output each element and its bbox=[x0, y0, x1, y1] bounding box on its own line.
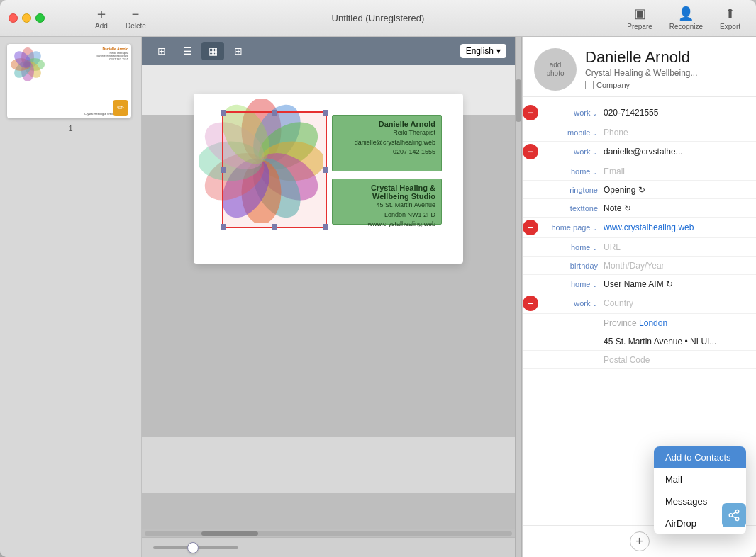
handle-br[interactable] bbox=[323, 224, 328, 230]
menu-item-add-to-contacts[interactable]: Add to Contacts bbox=[654, 446, 746, 468]
export-button[interactable]: ⬆ Export bbox=[713, 3, 747, 33]
avatar-photo-text: photo bbox=[546, 69, 564, 78]
field-row-texttone: texttone Note ↻ bbox=[523, 199, 756, 218]
field-value-home-url[interactable]: URL bbox=[598, 242, 750, 252]
handle-bm[interactable] bbox=[272, 224, 277, 230]
edit-badge[interactable]: ✏ bbox=[113, 100, 128, 116]
field-row-work-phone: − work 020-71421555 bbox=[523, 103, 756, 123]
scan-scrollbar[interactable] bbox=[142, 529, 515, 537]
scrollbar-thumb[interactable] bbox=[201, 531, 258, 536]
business-card-image: Danielle Arnold Reiki Therapist danielle… bbox=[194, 94, 463, 264]
green-box-name: Danielle Arnold Reiki Therapist danielle… bbox=[332, 115, 442, 171]
field-value-mobile[interactable]: Phone bbox=[598, 128, 750, 137]
minimize-button[interactable] bbox=[22, 13, 31, 23]
handle-tr[interactable] bbox=[323, 110, 328, 116]
card-company-text: Crystal Healing & Wellbeing Studio bbox=[338, 184, 435, 201]
card-thumbnail[interactable]: Danielle Arnold Reiki Therapist danielle… bbox=[7, 44, 131, 118]
company-checkbox-row: Company bbox=[585, 81, 745, 89]
field-label-home-email[interactable]: home bbox=[541, 167, 598, 176]
view-grid-btn[interactable]: ⊞ bbox=[227, 42, 250, 60]
language-value: English bbox=[466, 46, 494, 56]
scan-bottom-area bbox=[142, 437, 515, 493]
field-label-aim[interactable]: home bbox=[541, 280, 598, 288]
add-button[interactable]: ＋ Add bbox=[87, 4, 116, 33]
toolbar-right: ▣ Prepare 👤 Recognize ⬆ Export bbox=[620, 3, 747, 33]
app-window: ＋ Add － Delete Untitled (Unregistered) ▣… bbox=[0, 0, 756, 557]
view-list-btn[interactable]: ☰ bbox=[176, 42, 199, 60]
field-row-postal: Postal Code bbox=[523, 351, 756, 369]
add-field-button[interactable]: + bbox=[630, 531, 650, 551]
export-icon: ⬆ bbox=[725, 6, 735, 21]
recognize-label: Recognize bbox=[669, 23, 703, 30]
card-name-text: Danielle Arnold bbox=[338, 120, 435, 128]
svg-point-21 bbox=[729, 514, 733, 517]
green-box-address: Crystal Healing & Wellbeing Studio 45 St… bbox=[332, 179, 442, 225]
share-button[interactable] bbox=[722, 503, 746, 527]
sidebar: Danielle Arnold Reiki Therapist danielle… bbox=[0, 37, 142, 557]
field-label-work-country[interactable]: work bbox=[541, 299, 598, 308]
field-label-ringtone: ringtone bbox=[541, 186, 598, 194]
field-row-birthday: birthday Month/Day/Year bbox=[523, 257, 756, 275]
field-row-home-email: home Email bbox=[523, 162, 756, 181]
company-checkbox[interactable] bbox=[585, 81, 594, 89]
field-row-mobile: mobile Phone bbox=[523, 123, 756, 142]
field-label-mobile[interactable]: mobile bbox=[541, 128, 598, 137]
view-card-btn[interactable]: ▦ bbox=[201, 42, 224, 60]
field-value-province: Province London bbox=[598, 318, 750, 328]
minus-work-phone[interactable]: − bbox=[523, 105, 538, 120]
card-phone-text: 0207 142 1555 bbox=[338, 147, 435, 157]
company-label: Company bbox=[596, 81, 630, 89]
field-label-birthday: birthday bbox=[541, 261, 598, 270]
menu-item-mail[interactable]: Mail bbox=[654, 468, 746, 490]
fullscreen-button[interactable] bbox=[35, 13, 45, 23]
view-toolbar: ⊞ ☰ ▦ ⊞ English ▾ bbox=[142, 37, 515, 65]
recognize-button[interactable]: 👤 Recognize bbox=[662, 3, 710, 33]
page-number: 1 bbox=[7, 124, 134, 133]
scan-area: ⊞ ☰ ▦ ⊞ English ▾ bbox=[142, 37, 515, 557]
prepare-label: Prepare bbox=[627, 23, 652, 30]
field-value-aim: User Name AIM ↻ bbox=[598, 279, 750, 289]
language-dropdown[interactable]: English ▾ bbox=[460, 44, 506, 58]
field-row-ringtone: ringtone Opening ↻ bbox=[523, 181, 756, 199]
delete-label: Delete bbox=[126, 22, 146, 30]
field-value-home-email[interactable]: Email bbox=[598, 167, 750, 176]
zoom-slider[interactable] bbox=[153, 546, 238, 549]
contact-header: add photo Danielle Arnold Crystal Healin… bbox=[523, 37, 756, 97]
prepare-button[interactable]: ▣ Prepare bbox=[620, 3, 660, 33]
minus-work-email[interactable]: − bbox=[523, 144, 538, 159]
recognize-icon: 👤 bbox=[678, 6, 694, 21]
delete-button[interactable]: － Delete bbox=[118, 4, 153, 33]
card-email-text: danielle@crystalhealing.web bbox=[338, 138, 435, 148]
field-row-home-url: home URL bbox=[523, 238, 756, 257]
field-value-ringtone[interactable]: Opening ↻ bbox=[598, 185, 750, 195]
contact-panel: add photo Danielle Arnold Crystal Healin… bbox=[522, 37, 756, 557]
field-label-homepage[interactable]: home page bbox=[541, 223, 598, 232]
svg-line-23 bbox=[732, 516, 735, 518]
svg-point-22 bbox=[735, 517, 739, 521]
dropdown-arrow: ▾ bbox=[496, 46, 501, 56]
svg-point-20 bbox=[735, 510, 739, 514]
view-fit-btn[interactable]: ⊞ bbox=[150, 42, 173, 60]
minus-work-country[interactable]: − bbox=[523, 296, 538, 311]
prepare-icon: ▣ bbox=[634, 6, 646, 21]
minus-homepage[interactable]: − bbox=[523, 220, 538, 235]
field-label-home-url[interactable]: home bbox=[541, 243, 598, 252]
window-title: Untitled (Unregistered) bbox=[332, 13, 425, 23]
field-value-texttone[interactable]: Note ↻ bbox=[598, 203, 750, 213]
close-button[interactable] bbox=[9, 13, 18, 23]
field-value-postal[interactable]: Postal Code bbox=[598, 355, 750, 365]
card-scan-view: Danielle Arnold Reiki Therapist danielle… bbox=[194, 94, 463, 264]
card-city-text: London NW1 2FD bbox=[338, 210, 435, 220]
add-label: Add bbox=[95, 22, 108, 30]
handle-bl[interactable] bbox=[221, 224, 226, 230]
field-value-birthday[interactable]: Month/Day/Year bbox=[598, 261, 750, 271]
export-label: Export bbox=[720, 23, 740, 30]
zoom-slider-thumb[interactable] bbox=[187, 542, 199, 553]
vertical-scrollbar-thumb[interactable] bbox=[516, 79, 521, 122]
field-label-work-email[interactable]: work bbox=[541, 147, 598, 156]
avatar[interactable]: add photo bbox=[534, 48, 577, 91]
titlebar: ＋ Add － Delete Untitled (Unregistered) ▣… bbox=[0, 0, 756, 37]
field-value-country[interactable]: Country bbox=[598, 298, 750, 308]
field-label-work-phone[interactable]: work bbox=[541, 108, 598, 117]
handle-mr[interactable] bbox=[323, 167, 328, 173]
